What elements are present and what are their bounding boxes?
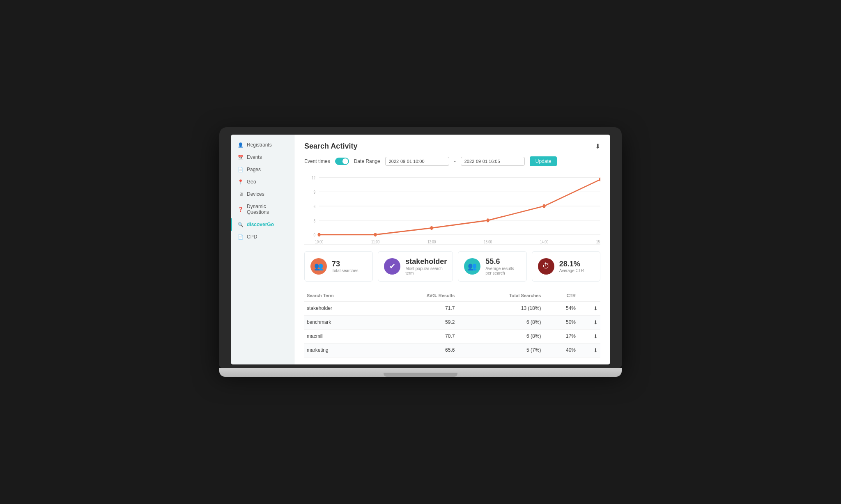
sidebar-item-pages[interactable]: 📄 Pages — [231, 163, 294, 176]
sidebar-item-devices[interactable]: 🖥 Devices — [231, 188, 294, 200]
svg-text:6: 6 — [314, 204, 316, 209]
svg-text:0: 0 — [314, 233, 316, 238]
col-download — [578, 290, 600, 302]
cell-avg-results: 70.7 — [379, 329, 457, 343]
sidebar-item-geo[interactable]: 📍 Geo — [231, 176, 294, 188]
cell-total-searches: 5 (7%) — [457, 343, 543, 357]
cell-ctr: 17% — [543, 329, 578, 343]
search-activity-chart: 12 9 6 3 0 — [304, 173, 600, 245]
svg-text:10:00: 10:00 — [315, 240, 323, 244]
stats-row: 👥 73 Total searches ✔ stakeholder Most p… — [304, 251, 600, 282]
stat-text-popular-term: stakeholder Most popular search term — [405, 257, 447, 275]
date-start-input[interactable] — [385, 157, 449, 166]
svg-text:3: 3 — [314, 219, 316, 223]
stat-desc-popular-term: Most popular search term — [405, 266, 447, 275]
svg-text:11:00: 11:00 — [371, 240, 379, 244]
col-ctr: CTR — [543, 290, 578, 302]
chart-dot-2 — [374, 233, 377, 236]
event-times-label: Event times — [304, 158, 330, 164]
chart-svg: 12 9 6 3 0 — [304, 173, 600, 244]
stat-value-avg-results: 55.6 — [485, 257, 520, 266]
sidebar-label-devices: Devices — [247, 191, 264, 197]
svg-text:13:00: 13:00 — [484, 240, 492, 244]
sidebar-label-pages: Pages — [247, 167, 261, 172]
sidebar-item-events[interactable]: 📅 Events — [231, 151, 294, 163]
date-separator: - — [454, 158, 456, 164]
date-end-input[interactable] — [461, 157, 525, 166]
table-body: stakeholder 71.7 13 (18%) 54% ⬇ benchmar… — [304, 301, 600, 357]
stat-card-popular-term: ✔ stakeholder Most popular search term — [378, 251, 453, 282]
sidebar-icon-registrants: 👤 — [238, 142, 244, 148]
chart-line — [319, 179, 600, 235]
row-download-icon[interactable]: ⬇ — [593, 305, 598, 312]
search-table: Search Term AVG. Results Total Searches … — [304, 290, 600, 357]
stat-card-avg-results: 👥 55.6 Average results per search — [458, 251, 526, 282]
cell-row-download[interactable]: ⬇ — [578, 301, 600, 315]
stat-icon-popular-term: ✔ — [384, 258, 400, 275]
download-icon[interactable]: ⬇ — [595, 142, 600, 150]
cell-total-searches: 6 (8%) — [457, 329, 543, 343]
table-row: stakeholder 71.7 13 (18%) 54% ⬇ — [304, 301, 600, 315]
chart-dot-6 — [599, 178, 600, 181]
screen: 👤 Registrants 📅 Events 📄 Pages 📍 Geo 🖥 D… — [231, 135, 610, 364]
laptop-base — [219, 368, 622, 377]
page-title: Search Activity — [304, 142, 357, 151]
stat-card-total-searches: 👥 73 Total searches — [304, 251, 373, 282]
sidebar-item-registrants[interactable]: 👤 Registrants — [231, 139, 294, 151]
chart-dot-4 — [486, 218, 489, 222]
sidebar-icon-discovergo: 🔍 — [238, 222, 244, 227]
sidebar-label-geo: Geo — [247, 179, 256, 185]
row-download-icon[interactable]: ⬇ — [593, 333, 598, 339]
sidebar-item-dynamic-questions[interactable]: ❓ Dynamic Questions — [231, 200, 294, 218]
stat-value-total-searches: 73 — [332, 260, 358, 269]
sidebar-icon-events: 📅 — [238, 154, 244, 160]
stat-text-total-searches: 73 Total searches — [332, 260, 358, 273]
sidebar-icon-pages: 📄 — [238, 167, 244, 172]
sidebar-label-dynamic-questions: Dynamic Questions — [247, 204, 288, 215]
update-button[interactable]: Update — [530, 156, 557, 166]
stat-desc-avg-ctr: Average CTR — [559, 268, 584, 273]
cell-ctr: 54% — [543, 301, 578, 315]
svg-text:9: 9 — [314, 190, 316, 195]
main-content: Search Activity ⬇ Event times Date Range… — [294, 135, 610, 364]
svg-text:12: 12 — [312, 176, 315, 180]
cell-term: marketing — [304, 343, 379, 357]
sidebar-item-discovergo[interactable]: 🔍 discoverGo — [231, 218, 294, 231]
table-header-row: Search Term AVG. Results Total Searches … — [304, 290, 600, 302]
col-search-term: Search Term — [304, 290, 379, 302]
row-download-icon[interactable]: ⬇ — [593, 319, 598, 325]
cell-total-searches: 6 (8%) — [457, 315, 543, 329]
stat-card-avg-ctr: ⏱ 28.1% Average CTR — [532, 251, 600, 282]
chart-dot-1 — [317, 233, 320, 236]
table-row: benchmark 59.2 6 (8%) 50% ⬇ — [304, 315, 600, 329]
stat-text-avg-ctr: 28.1% Average CTR — [559, 260, 584, 273]
svg-text:15:00: 15:00 — [596, 240, 600, 244]
search-table-container: Search Term AVG. Results Total Searches … — [304, 290, 600, 357]
cell-term: macmill — [304, 329, 379, 343]
cell-row-download[interactable]: ⬇ — [578, 329, 600, 343]
table-head: Search Term AVG. Results Total Searches … — [304, 290, 600, 302]
stat-icon-total-searches: 👥 — [310, 258, 327, 275]
cell-avg-results: 59.2 — [379, 315, 457, 329]
cell-avg-results: 65.6 — [379, 343, 457, 357]
stat-value-avg-ctr: 28.1% — [559, 260, 584, 269]
stat-desc-avg-results: Average results per search — [485, 266, 520, 275]
stat-icon-avg-results: 👥 — [464, 258, 480, 275]
laptop-frame: 👤 Registrants 📅 Events 📄 Pages 📍 Geo 🖥 D… — [219, 127, 622, 377]
event-times-toggle[interactable] — [335, 158, 349, 165]
table-row: macmill 70.7 6 (8%) 17% ⬇ — [304, 329, 600, 343]
sidebar-item-cpd[interactable]: 📄 CPD — [231, 231, 294, 243]
col-avg-results: AVG. Results — [379, 290, 457, 302]
row-download-icon[interactable]: ⬇ — [593, 347, 598, 353]
stat-icon-avg-ctr: ⏱ — [538, 258, 554, 275]
sidebar-icon-geo: 📍 — [238, 179, 244, 185]
cell-total-searches: 13 (18%) — [457, 301, 543, 315]
cell-row-download[interactable]: ⬇ — [578, 343, 600, 357]
stat-text-avg-results: 55.6 Average results per search — [485, 257, 520, 275]
cell-row-download[interactable]: ⬇ — [578, 315, 600, 329]
sidebar-label-cpd: CPD — [247, 234, 257, 240]
cell-term: benchmark — [304, 315, 379, 329]
cell-term: stakeholder — [304, 301, 379, 315]
sidebar-icon-devices: 🖥 — [238, 191, 244, 197]
stat-value-popular-term: stakeholder — [405, 257, 447, 266]
